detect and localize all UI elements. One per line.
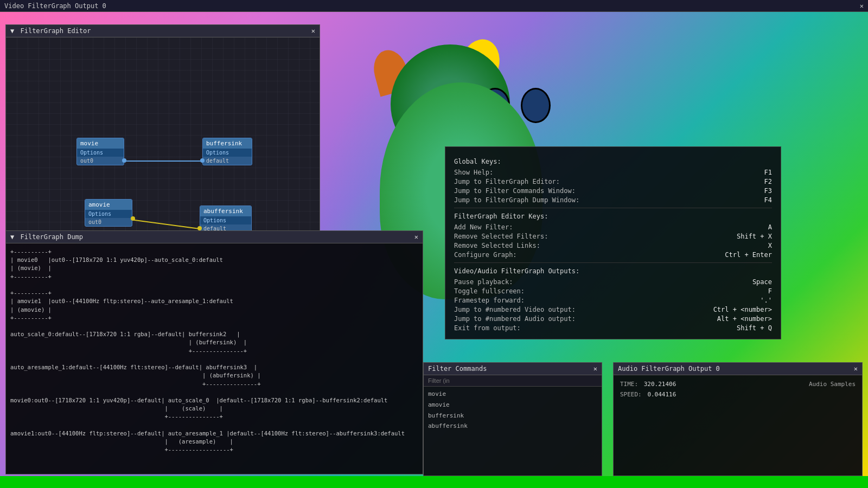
node-abuffersink-options[interactable]: Options: [200, 216, 251, 224]
fg-dump-close[interactable]: ✕: [414, 233, 418, 241]
key-jump-fgd: Jump to FilterGraph Dump Window: F4: [454, 195, 772, 204]
audio-fg-titlebar: Audio FilterGraph Output 0 ✕: [614, 363, 862, 375]
filtergraph-editor-window: ▼ FilterGraph Editor ✕ movie Options out…: [5, 24, 320, 239]
key-add-filter: Add New Filter: A: [454, 222, 772, 232]
green-status-bar: [0, 476, 868, 488]
fg-dump-arrow: ▼: [10, 233, 14, 241]
fg-editor-close[interactable]: ✕: [311, 27, 315, 35]
node-amovie-port: out0: [85, 218, 132, 226]
fg-canvas: movie Options out0 buffersink Options de…: [6, 37, 320, 236]
va-outputs-title: Video/Audio FilterGraph Outputs:: [454, 267, 772, 275]
key-remove-filters: Remove Selected Filters: Shift + X: [454, 232, 772, 241]
key-configure-graph: Configure Graph: Ctrl + Enter: [454, 250, 772, 259]
node-buffersink-options[interactable]: Options: [203, 149, 252, 157]
node-movie-options[interactable]: Options: [77, 149, 124, 157]
node-abuffersink-title: abuffersink: [200, 206, 251, 216]
svg-line-1: [126, 219, 200, 229]
key-exit: Exit from output: Shift + Q: [454, 323, 772, 332]
keys-divider-1: [454, 208, 772, 208]
filter-commands-search[interactable]: [424, 375, 602, 387]
node-amovie-title: amovie: [85, 200, 132, 210]
key-show-help: Show Help: F1: [454, 168, 772, 177]
fg-dump-content: +----------+ | movie0 |out0--[1718x720 1…: [6, 243, 423, 472]
key-jump-audio: Jump to #numbered Audio output: Alt + <n…: [454, 314, 772, 323]
speed-value: 0.044116: [647, 391, 676, 398]
key-jump-video: Jump to #numbered Video output: Ctrl + <…: [454, 305, 772, 314]
fg-dump-titlebar: ▼ FilterGraph Dump ✕: [6, 231, 423, 243]
fg-dump-title: FilterGraph Dump: [20, 233, 83, 241]
node-amovie: amovie Options out0: [85, 199, 132, 227]
list-item[interactable]: abuffersink: [428, 421, 597, 432]
node-amovie-options[interactable]: Options: [85, 210, 132, 218]
audio-speed-row: SPEED: 0.044116: [620, 390, 856, 400]
node-abuffersink: abuffersink Options default: [200, 206, 252, 233]
filter-commands-list: movie amovie buffersink abuffersink: [424, 387, 602, 434]
connection-lines: [6, 37, 320, 236]
key-remove-links: Remove Selected Links: X: [454, 241, 772, 250]
node-buffersink-title: buffersink: [203, 138, 252, 149]
speed-label: SPEED:: [620, 391, 642, 398]
key-jump-fge: Jump to FilterGraph Editor: F2: [454, 177, 772, 186]
filter-commands-titlebar: Filter Commands ✕: [424, 363, 602, 375]
node-buffersink-port: default: [203, 157, 252, 165]
conn-dot-amovie-out: [131, 216, 135, 221]
filter-commands-window: Filter Commands ✕ movie amovie buffersin…: [423, 362, 602, 476]
global-keys-title: Global Keys:: [454, 158, 772, 165]
key-jump-fcw: Jump to Filter Commands Window: F3: [454, 186, 772, 195]
audio-fg-close[interactable]: ✕: [854, 365, 858, 373]
audio-fg-content: Audio Samples TIME: 320.21406 SPEED: 0.0…: [614, 375, 862, 404]
node-movie: movie Options out0: [76, 138, 124, 165]
conn-dot-abuffersink-in: [197, 226, 202, 230]
list-item[interactable]: movie: [428, 389, 597, 400]
list-item[interactable]: buffersink: [428, 410, 597, 421]
main-titlebar: Video FilterGraph Output 0 ✕: [0, 0, 868, 12]
conn-dot-buffersink-in: [200, 158, 205, 163]
fg-editor-titlebar: ▼ FilterGraph Editor ✕: [6, 25, 320, 37]
keys-divider-2: [454, 262, 772, 263]
fg-editor-title: FilterGraph Editor: [20, 27, 91, 35]
fg-editor-keys-title: FilterGraph Editor Keys:: [454, 213, 772, 220]
key-pause: Pause playback: Space: [454, 277, 772, 286]
conn-dot-movie-out: [122, 158, 126, 163]
main-title: Video FilterGraph Output 0: [4, 2, 106, 10]
list-item[interactable]: amovie: [428, 400, 597, 410]
node-movie-title: movie: [77, 138, 124, 149]
keys-help-overlay: Global Keys: Show Help: F1 Jump to Filte…: [445, 146, 781, 339]
audio-filtergraph-output-window: Audio FilterGraph Output 0 ✕ Audio Sampl…: [613, 362, 863, 476]
filter-commands-close[interactable]: ✕: [593, 365, 597, 373]
audio-samples-label: Audio Samples: [809, 380, 856, 390]
time-label: TIME:: [620, 381, 638, 388]
node-movie-port: out0: [77, 157, 124, 165]
key-framestep: Framestep forward: '.': [454, 296, 772, 305]
main-close-icon[interactable]: ✕: [860, 2, 864, 10]
time-value: 320.21406: [644, 381, 676, 388]
fg-editor-arrow: ▼: [10, 27, 14, 35]
filter-commands-title: Filter Commands: [428, 365, 487, 373]
audio-fg-title: Audio FilterGraph Output 0: [618, 365, 720, 373]
char-eye-right: [521, 88, 551, 123]
key-fullscreen: Toggle fullscreen: F: [454, 286, 772, 296]
filtergraph-dump-window: ▼ FilterGraph Dump ✕ +----------+ | movi…: [5, 230, 423, 474]
node-buffersink: buffersink Options default: [202, 138, 252, 165]
